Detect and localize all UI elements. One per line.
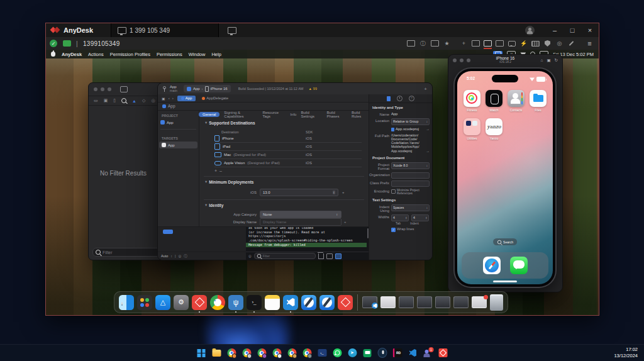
dock-anydesk-session-icon[interactable] [338,295,353,310]
dock-window-thumb-chrome[interactable] [380,296,396,308]
dock-window-thumb-vscode[interactable] [362,296,377,308]
reveal-in-finder-icon[interactable]: → [426,127,430,131]
rotate-button-icon[interactable]: ↻ [555,58,558,63]
app-files[interactable]: Files [527,90,549,112]
destination-row-ipad[interactable]: iPad iOS [214,143,362,151]
dock-window-thumb-xcode[interactable] [453,296,469,308]
indent-using-dropdown[interactable]: Spaces ↕ [391,204,430,211]
file-name[interactable]: App.xcodeproj [396,127,419,131]
tab-general[interactable]: General [199,112,219,117]
variables-scope[interactable]: Auto [161,254,168,258]
rider-icon[interactable]: RD [393,348,402,358]
monitor-2-icon[interactable] [484,40,492,47]
tab-info[interactable]: Info [290,113,296,116]
account-avatar[interactable] [525,26,535,35]
menu-permission-profiles[interactable]: Permission Profiles [110,52,150,57]
dock-window-thumb-notes[interactable] [472,296,487,308]
teams-icon[interactable]: 1 [423,348,433,358]
console-record-icon[interactable]: ◎ [248,254,252,258]
dock-anydesk-icon[interactable] [192,295,207,310]
app-category-dropdown[interactable]: None ↕ [260,211,341,218]
chrome-profile-1-icon[interactable] [227,348,236,358]
menu-icon[interactable]: ≡ [586,40,594,47]
build-status[interactable]: Build Succeeded | 10/12/2024 at 11:12 AM [238,87,304,91]
dock-window-thumb-simulator[interactable] [435,296,450,308]
class-prefix-field[interactable] [391,181,430,187]
display-settings-icon[interactable]: ◎ [555,40,564,47]
add-platform-button[interactable]: + [342,191,345,194]
chat-icon[interactable] [508,40,516,47]
home-indicator[interactable] [493,280,517,282]
dock-fork-icon[interactable]: ψ [228,295,243,310]
destination-add-remove[interactable]: +– [214,169,225,173]
tab-build-rules[interactable]: Build Rules [352,111,369,118]
dock-notes-icon[interactable] [265,295,280,310]
minimize-refs-checkbox[interactable] [391,189,396,194]
location-dropdown[interactable]: Relative to Group ↕ [391,118,430,125]
app-contacts[interactable]: Contacts [505,90,527,112]
dock-trash-icon[interactable] [490,294,503,311]
dock-simulator-icon[interactable] [319,295,335,310]
powershell-icon[interactable]: ›_ [318,348,327,358]
folder-nav-icon[interactable]: ▭ [94,98,98,103]
warning-badge[interactable]: ▲ 99 [308,87,317,91]
keyboard-icon[interactable] [531,40,540,47]
close-button[interactable]: × [581,23,599,37]
session-tab[interactable]: 1 399 105 349 [111,23,219,37]
file-inspector-tab-icon[interactable] [387,96,391,101]
clear-console-icon[interactable] [318,253,324,259]
display-name-add[interactable]: + [344,220,347,224]
tab-width-stepper[interactable]: 4 ↕ [391,214,409,221]
chrome-profile-2-icon[interactable] [242,348,252,358]
anydesk-taskbar-icon[interactable] [438,348,448,358]
menu-actions[interactable]: Actions [88,52,104,57]
name-value[interactable]: App [391,112,397,116]
forward-button[interactable]: › [172,96,174,100]
minimize-button[interactable]: – [546,23,564,37]
scheme-selector[interactable]: App › iPhone 16 [184,85,231,92]
help-inspector-tab-icon[interactable]: ? [409,96,414,101]
menu-help[interactable]: Help [211,52,221,57]
tab-appdelegate[interactable]: AppDelegate [202,96,228,100]
monitor-3-icon[interactable] [496,40,504,47]
spotlight-search-pill[interactable]: Search [493,238,517,245]
dock-settings-icon[interactable]: ⚙ [174,295,189,310]
minimum-deployments-header[interactable]: ▾ Minimum Deployments [205,179,253,184]
file-explorer-icon[interactable] [212,348,221,358]
wrap-lines-checkbox[interactable]: ✓ [391,228,396,232]
recorder-icon[interactable] [378,348,387,358]
app-yanzo[interactable]: yanzo Yanzo [483,118,505,140]
ios-version-dropdown[interactable]: 13.0 ↕ [260,189,338,196]
dock-launchpad-icon[interactable] [137,295,152,310]
monitor-1-icon[interactable] [472,40,480,47]
menu-permissions[interactable]: Permissions [157,52,182,57]
identity-header[interactable]: ▾ Identity [205,203,223,208]
file-transfer-icon[interactable] [431,40,439,47]
sidebar-toggle-icon[interactable] [120,86,128,92]
new-session-tab-icon[interactable] [228,27,236,34]
home-button-icon[interactable]: ⌂ [540,58,543,63]
telegram-icon[interactable]: ➤ [348,348,357,358]
dock-xcode-icon[interactable] [301,295,316,310]
display-name-field[interactable]: Display Name [260,218,341,226]
app-fitness[interactable]: Fitness [461,90,483,112]
maximize-button[interactable]: □ [564,23,581,37]
open-path-icon[interactable]: → [426,149,430,153]
taskbar-clock[interactable]: 17:02 13/12/2024 [614,347,638,358]
actions-icon[interactable]: ⚡ [519,40,528,47]
dock-finder-icon[interactable] [119,295,134,310]
tests-nav-icon[interactable]: ◇ [142,98,145,103]
whatsapp-icon[interactable] [333,348,342,358]
debug-console[interactable]: as soon as your web app is loaded (or in… [246,227,369,260]
variables-record-icon[interactable]: ◎ [179,254,182,258]
dock-window-thumb-terminal-2[interactable] [417,296,432,308]
add-destination-button[interactable]: + [214,169,219,173]
traffic-lights[interactable] [94,87,111,91]
toolbar-add-button[interactable]: + [424,86,427,92]
tab-app[interactable]: App [177,96,196,101]
start-button[interactable] [197,348,206,358]
variables-info-icon[interactable]: ⓘ [184,254,187,258]
folder-utilities[interactable]: Utilities [461,118,483,140]
search-nav-icon[interactable] [121,98,126,104]
bookmark-nav-icon[interactable]: ▯ [113,98,116,103]
